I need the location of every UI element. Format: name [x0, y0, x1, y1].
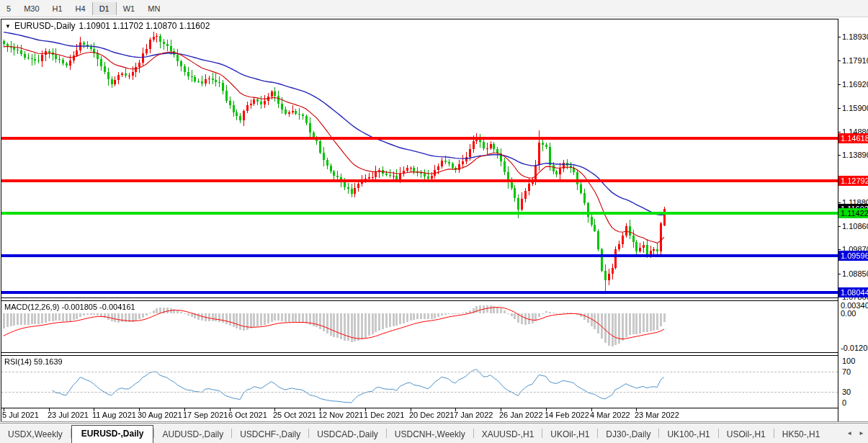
price-tick-label: 1.16920: [842, 80, 868, 89]
timeframe-button-mn[interactable]: MN: [141, 2, 166, 15]
price-badge-1-12792: 1.12792: [838, 176, 868, 186]
timeframe-button-w1[interactable]: W1: [117, 2, 142, 15]
price-tick: [838, 84, 841, 85]
price-tick: [838, 61, 841, 61]
rsi-level-line-70: [1, 372, 838, 372]
timeframe-toolbar: 5M30H1H4D1W1MN: [0, 0, 868, 17]
macd-axis-label: -0.01205: [841, 344, 868, 352]
rsi-indicator-canvas[interactable]: [1, 356, 838, 408]
tab-usdcnh-weekly[interactable]: USDCNH-,Weekly: [387, 426, 473, 443]
tab-usoil-h1[interactable]: USOil-,H1: [719, 426, 774, 443]
macd-axis-label: 0.00: [841, 309, 868, 318]
tab-usdchf-daily[interactable]: USDCHF-,Daily: [232, 426, 308, 443]
price-tick: [838, 108, 841, 109]
timeframe-button-h4[interactable]: H4: [69, 2, 92, 15]
timeframe-button-m30[interactable]: M30: [17, 2, 45, 15]
price-badge-1-14618: 1.14618: [838, 133, 868, 143]
price-tick: [838, 37, 841, 37]
timeframe-button-h1[interactable]: H1: [46, 2, 69, 15]
date-label: 30 Aug 2021: [138, 411, 182, 419]
chart-symbol-label: EURUSD-,Daily: [14, 21, 76, 31]
date-label: 4 Mar 2022: [590, 411, 630, 419]
tab-audusd-daily[interactable]: AUDUSD-,Daily: [154, 426, 231, 443]
tab-usdx-weekly[interactable]: USDX,Weekly: [0, 426, 71, 443]
tab-hk50-h1[interactable]: HK50-,H1: [774, 426, 828, 443]
price-axis-line: [838, 19, 838, 422]
date-label: 25 Oct 2021: [273, 411, 316, 419]
price-badge-1-08044: 1.08044: [838, 287, 868, 297]
rsi-axis-label: 70: [842, 367, 868, 376]
timeframe-button-d1[interactable]: D1: [92, 2, 117, 15]
level-line-1.12792: [1, 179, 838, 182]
date-label: 23 Jul 2021: [48, 411, 89, 419]
date-label: 1 Dec 2021: [364, 411, 404, 419]
tab-scroll-left-button[interactable]: ◄: [846, 430, 852, 437]
price-badge-1-09596: 1.09596: [838, 251, 868, 261]
price-tick-label: 1.18930: [842, 32, 868, 41]
trading-app-window: 5M30H1H4D1W1MN ▼ EURUSD-,Daily 1.10901 1…: [0, 0, 868, 443]
level-line-1.08044: [1, 291, 838, 294]
tab-xauusd-h1[interactable]: XAUUSD-,H1: [474, 426, 542, 443]
tab-scroll-right-button[interactable]: ►: [859, 430, 864, 437]
tab-usdcad-daily[interactable]: USDCAD-,Daily: [309, 426, 386, 443]
price-tick-label: 1.17910: [842, 56, 868, 65]
chart-title: ▼ EURUSD-,Daily 1.10901 1.11702 1.10870 …: [5, 21, 210, 31]
rsi-panel-border-bottom: [1, 408, 838, 408]
chart-ohlc-values: 1.10901 1.11702 1.10870 1.11602: [79, 21, 210, 31]
date-label: 11 Aug 2021: [92, 411, 136, 419]
price-tick: [838, 202, 841, 203]
date-label: 14 Feb 2022: [545, 411, 589, 419]
date-label: 12 Nov 2021: [318, 411, 363, 419]
rsi-axis-label: 0: [842, 398, 868, 407]
rsi-axis-label: 100: [842, 357, 868, 365]
tab-uk100-h1[interactable]: UK100-,H1: [659, 426, 717, 443]
rsi-axis-label: 30: [842, 388, 868, 396]
tab-dj30-daily[interactable]: DJ30-,Daily: [598, 426, 658, 443]
date-label: 23 Mar 2022: [635, 411, 679, 419]
tab-ukoil-h1[interactable]: UKOil-,H1: [542, 426, 597, 443]
timeframe-button-5[interactable]: 5: [0, 2, 17, 15]
price-badge-1-11422: 1.11422: [838, 208, 868, 218]
price-tick-label: 1.15900: [842, 104, 868, 112]
date-label: 5 Jul 2021: [2, 411, 39, 419]
price-tick-label: 1.10860: [842, 222, 868, 231]
price-tick: [838, 274, 841, 274]
date-label: 17 Sep 2021: [183, 411, 228, 419]
date-label: 26 Jan 2022: [499, 411, 543, 419]
price-tick: [838, 249, 841, 250]
date-label: 20 Dec 2021: [409, 411, 454, 419]
level-line-1.11422: [1, 212, 838, 215]
price-tick-label: 1.13890: [842, 151, 868, 159]
price-tick: [838, 155, 841, 156]
rsi-label: RSI(14) 59.1639: [4, 357, 63, 366]
rsi-level-line-30: [1, 392, 838, 393]
macd-label: MACD(12,26,9) -0.001805 -0.004161: [4, 303, 135, 311]
price-tick-label: 1.08850: [842, 269, 868, 278]
macd-panel-border-bottom: [1, 352, 838, 353]
level-line-1.09596: [1, 254, 838, 257]
tab-scroll-arrows: ◄ ►: [846, 430, 864, 437]
level-line-1.14618: [1, 137, 838, 140]
price-tick: [838, 226, 841, 227]
price-panel-border-bottom: [1, 297, 838, 298]
symbol-dropdown-icon[interactable]: ▼: [5, 23, 11, 30]
symbol-tab-bar: USDX,WeeklyEURUSD-,DailyAUDUSD-,DailyUSD…: [0, 423, 868, 443]
statusbar-separator: [1, 421, 868, 422]
date-label: 7 Jan 2022: [454, 411, 493, 419]
date-label: 6 Oct 2021: [228, 411, 267, 419]
tab-eurusd-daily[interactable]: EURUSD-,Daily: [71, 425, 154, 443]
